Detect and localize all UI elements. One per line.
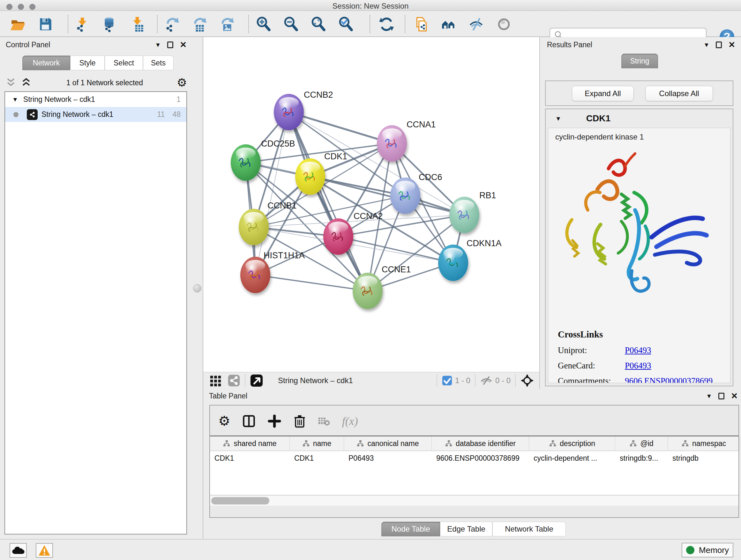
panel-menu-icon[interactable]: ▼: [706, 393, 712, 399]
splitter-handle[interactable]: [193, 284, 201, 293]
network-edge[interactable]: [338, 237, 453, 263]
horizontal-scrollbar[interactable]: [210, 495, 738, 506]
column-header-database-identifier[interactable]: database identifier: [432, 436, 529, 450]
export-image-button[interactable]: [218, 16, 235, 33]
export-network-button[interactable]: [163, 16, 180, 33]
collapse-section-icon[interactable]: ▼: [555, 116, 561, 122]
panel-menu-icon[interactable]: ▼: [703, 42, 710, 48]
import-table-button[interactable]: [129, 16, 145, 33]
network-tree-row[interactable]: ▼ String Network – cdk1 1: [5, 92, 186, 107]
show-button[interactable]: [495, 16, 512, 33]
delete-table-icon[interactable]: [318, 416, 331, 427]
network-badge-icon[interactable]: [227, 374, 240, 387]
results-controls-box: Expand All Collapse All: [545, 80, 733, 106]
column-header-canonical-name[interactable]: canonical name: [344, 436, 432, 450]
tab-sets[interactable]: Sets: [143, 56, 174, 70]
hide-button[interactable]: [468, 16, 485, 33]
zoom-out-button[interactable]: [283, 16, 299, 33]
birds-eye-view-icon[interactable]: [520, 374, 534, 388]
crosslink-link[interactable]: P06493: [625, 361, 651, 371]
column-header-name[interactable]: name: [290, 436, 344, 450]
add-column-icon[interactable]: [267, 414, 281, 428]
crosslink-link[interactable]: 9606.ENSP00000378699: [625, 376, 713, 383]
network-node-hist1h1a[interactable]: HIST1H1A: [240, 251, 305, 293]
column-header--id[interactable]: @id: [615, 436, 668, 450]
collapse-all-icon[interactable]: [4, 76, 17, 89]
open-in-window-icon[interactable]: [250, 374, 263, 387]
memory-button[interactable]: Memory: [682, 543, 733, 557]
crosslink-link[interactable]: P06493: [625, 346, 651, 355]
network-canvas[interactable]: CCNB2 CCNA1 CDC25B CDK1 CDC6: [203, 37, 539, 372]
expand-all-button[interactable]: Expand All: [572, 86, 634, 101]
network-node-ccna1[interactable]: CCNA1: [377, 120, 436, 162]
panel-menu-icon[interactable]: ▼: [155, 42, 161, 48]
table-options-gear-icon[interactable]: ⚙: [218, 415, 230, 428]
zoom-selected-icon: [338, 16, 354, 32]
tab-style[interactable]: Style: [70, 56, 105, 70]
close-panel-icon[interactable]: ✕: [728, 41, 735, 49]
zoom-in-button[interactable]: [255, 16, 272, 33]
tab-network-table[interactable]: Network Table: [492, 522, 566, 537]
home-button[interactable]: [441, 16, 457, 33]
network-tree-row[interactable]: String Network – cdk1 11 48: [5, 107, 186, 122]
network-node-ccnb1[interactable]: CCNB1: [239, 201, 297, 245]
network-node-rb1[interactable]: RB1: [449, 191, 496, 233]
cloud-button[interactable]: [10, 543, 27, 558]
zoom-in-icon: [256, 16, 272, 32]
network-nodes[interactable]: CCNB2 CCNA1 CDC25B CDK1 CDC6: [231, 90, 502, 309]
tab-edge-table[interactable]: Edge Table: [440, 522, 492, 537]
network-node-cdkn1a[interactable]: CDKN1A: [438, 239, 502, 281]
collapse-node-icon[interactable]: ▼: [12, 96, 18, 103]
table-cell[interactable]: cyclin-dependent ...: [529, 451, 615, 465]
collapse-all-button[interactable]: Collapse All: [645, 86, 713, 101]
selected-checkbox-icon[interactable]: [442, 375, 453, 386]
table-cell[interactable]: P06493: [344, 451, 432, 465]
expand-all-icon[interactable]: [20, 76, 32, 89]
zoom-selected-button[interactable]: [338, 16, 354, 33]
table-row[interactable]: CDK1CDK1P064939606.ENSP00000378699cyclin…: [210, 451, 738, 465]
float-panel-icon[interactable]: [167, 42, 173, 48]
column-header-namespac[interactable]: namespac: [668, 436, 740, 450]
close-panel-icon[interactable]: ✕: [731, 392, 738, 400]
tab-network[interactable]: Network: [22, 56, 70, 70]
grid-view-icon[interactable]: [210, 374, 222, 387]
table-cell[interactable]: CDK1: [290, 451, 344, 465]
table-cell[interactable]: stringdb: [668, 451, 740, 465]
tab-string[interactable]: String: [621, 54, 658, 68]
delete-column-icon[interactable]: [293, 414, 307, 428]
refresh-button[interactable]: [378, 16, 395, 33]
network-node-ccnb2[interactable]: CCNB2: [274, 90, 333, 130]
open-folder-button[interactable]: [10, 16, 26, 33]
import-database-button[interactable]: [102, 16, 118, 33]
annotation-button[interactable]: [413, 16, 430, 33]
export-table-button[interactable]: [191, 16, 207, 33]
close-panel-icon[interactable]: ✕: [180, 41, 187, 49]
network-node-cdk1[interactable]: CDK1: [295, 152, 347, 195]
toolbar-separator: [248, 15, 249, 33]
separator: [515, 374, 516, 387]
function-builder-icon[interactable]: f(x): [342, 415, 358, 428]
table-cell[interactable]: CDK1: [210, 451, 290, 465]
show-columns-icon[interactable]: [242, 414, 256, 428]
network-edge[interactable]: [289, 112, 392, 143]
warnings-button[interactable]: [36, 543, 53, 558]
column-header-shared-name[interactable]: shared name: [210, 436, 290, 450]
table-cell[interactable]: 9606.ENSP00000378699: [432, 451, 529, 465]
network-view[interactable]: CCNB2 CCNA1 CDC25B CDK1 CDC6: [203, 37, 539, 389]
scrollbar-thumb[interactable]: [211, 497, 269, 504]
network-edge[interactable]: [289, 112, 367, 291]
import-database-icon: [102, 16, 118, 32]
network-node-ccne1[interactable]: CCNE1: [353, 265, 411, 309]
network-edge[interactable]: [255, 275, 367, 291]
tab-select[interactable]: Select: [105, 56, 143, 70]
table-cell[interactable]: stringdb:9...: [615, 451, 668, 465]
network-options-gear-icon[interactable]: ⚙: [177, 77, 187, 88]
zoom-fit-button[interactable]: [310, 16, 327, 33]
column-header-description[interactable]: description: [529, 436, 615, 450]
float-panel-icon[interactable]: [716, 42, 722, 48]
import-network-button[interactable]: [74, 16, 91, 33]
float-panel-icon[interactable]: [718, 393, 724, 399]
save-button[interactable]: [37, 16, 54, 33]
tab-node-table[interactable]: Node Table: [381, 522, 440, 537]
hidden-eye-icon[interactable]: [480, 375, 493, 386]
